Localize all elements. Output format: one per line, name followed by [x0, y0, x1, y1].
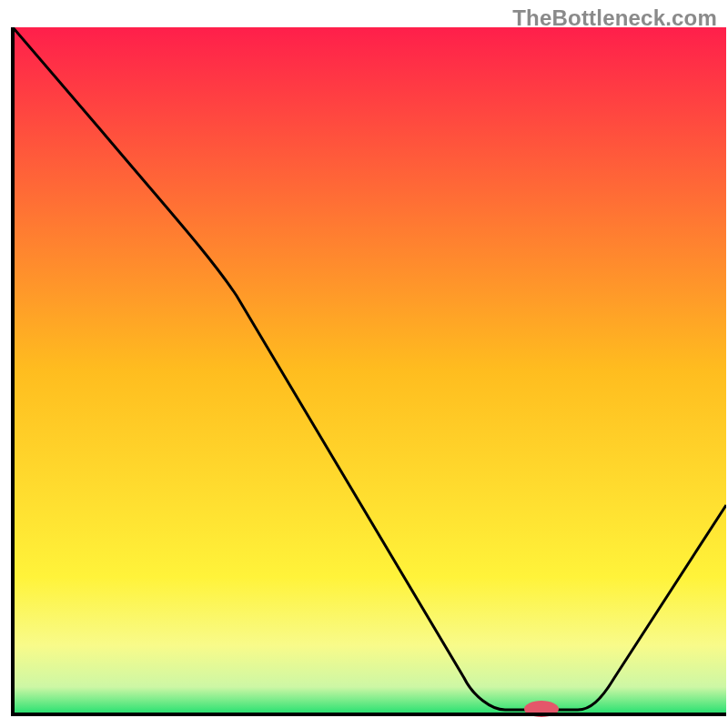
bottleneck-chart: [0, 0, 728, 728]
plot-background: [13, 27, 726, 714]
watermark-text: TheBottleneck.com: [512, 5, 717, 31]
chart-container: TheBottleneck.com: [0, 0, 728, 728]
